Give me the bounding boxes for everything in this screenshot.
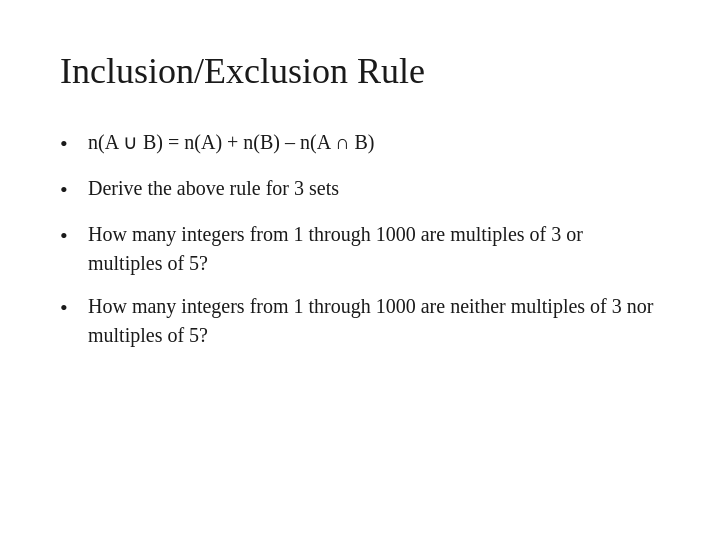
bullet-text: n(A ∪ B) = n(A) + n(B) – n(A ∩ B) <box>88 128 660 157</box>
list-item: • How many integers from 1 through 1000 … <box>60 220 660 278</box>
bullet-symbol: • <box>60 174 88 206</box>
slide: Inclusion/Exclusion Rule • n(A ∪ B) = n(… <box>0 0 720 540</box>
slide-title: Inclusion/Exclusion Rule <box>60 50 660 92</box>
bullet-text: How many integers from 1 through 1000 ar… <box>88 292 660 350</box>
bullet-text: How many integers from 1 through 1000 ar… <box>88 220 660 278</box>
bullet-list: • n(A ∪ B) = n(A) + n(B) – n(A ∩ B) • De… <box>60 128 660 364</box>
list-item: • Derive the above rule for 3 sets <box>60 174 660 206</box>
list-item: • How many integers from 1 through 1000 … <box>60 292 660 350</box>
bullet-symbol: • <box>60 292 88 324</box>
list-item: • n(A ∪ B) = n(A) + n(B) – n(A ∩ B) <box>60 128 660 160</box>
bullet-symbol: • <box>60 128 88 160</box>
bullet-symbol: • <box>60 220 88 252</box>
bullet-text: Derive the above rule for 3 sets <box>88 174 660 203</box>
